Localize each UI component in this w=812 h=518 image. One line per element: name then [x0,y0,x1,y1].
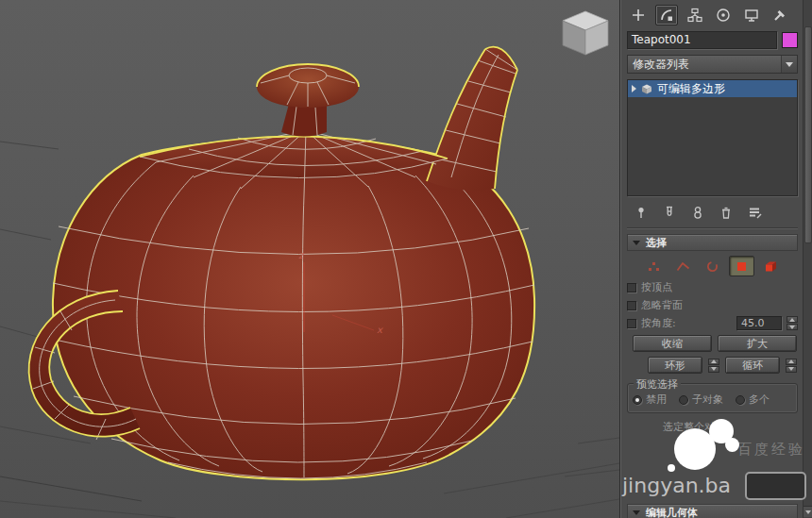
angle-value-field[interactable]: 45.0 [736,316,782,330]
modifier-stack[interactable]: 可编辑多边形 [627,79,798,196]
make-unique-icon [691,206,704,219]
rollout-collapse-icon [633,241,640,245]
tab-display[interactable] [740,5,763,25]
tab-hierarchy[interactable] [684,5,706,25]
angle-spinner [787,316,798,330]
ring-spin-down[interactable] [708,366,719,373]
by-vertex-label: 按顶点 [641,280,672,294]
preview-subobj-label: 子对象 [692,393,723,407]
chevron-down-icon [786,62,793,67]
spinner-up-icon [788,359,794,363]
loop-button[interactable]: 循环 [725,357,780,374]
loop-spinner [786,359,797,373]
expand-arrow-icon[interactable] [632,85,636,92]
trash-icon [719,206,733,219]
preview-subobj-option[interactable]: 子对象 [679,393,723,407]
show-end-result-button[interactable] [660,204,679,221]
rollout-selection[interactable]: 选择 [627,234,798,251]
test-tube-icon [663,206,676,219]
vertex-icon [647,260,661,273]
pin-stack-button[interactable] [632,204,651,221]
spinner-down-icon [788,367,794,371]
subobject-mode-row [627,256,798,276]
scrollbar-thumb[interactable] [804,26,812,243]
spinner-up-icon [711,359,717,363]
modifier-list-dropdown-button[interactable] [781,56,797,73]
element-icon [764,260,778,273]
preview-disable-option[interactable]: 禁用 [633,393,667,407]
create-icon [631,8,646,23]
ring-button[interactable]: 环形 [648,357,702,374]
shrink-button[interactable]: 收缩 [633,335,712,352]
spinner-up-icon [789,318,795,322]
tab-modify[interactable] [655,5,678,25]
tab-create[interactable] [627,5,650,25]
border-icon [705,260,719,273]
stack-row-label: 可编辑多边形 [657,81,725,97]
perspective-viewport[interactable]: z x [0,0,619,518]
tab-motion[interactable] [712,5,735,25]
shrink-grow-row: 收缩 扩大 [627,335,798,352]
rollout-edit-geometry[interactable]: 编辑几何体 [627,504,798,518]
scrollbar-down-button[interactable] [804,506,812,517]
radio-selected-icon [633,395,642,405]
ring-spinner [708,359,719,373]
preview-selection-options: 禁用 子对象 多个 [628,393,797,407]
angle-spin-down[interactable] [787,324,798,330]
preview-selection-title: 预览选择 [634,377,681,392]
radio-icon [679,395,688,405]
modify-icon [659,8,674,23]
subobject-border-button[interactable] [700,256,725,276]
ignore-backfacing-label: 忽略背面 [641,298,683,312]
subobject-element-button[interactable] [758,256,784,276]
subobject-polygon-button[interactable] [729,256,754,276]
radio-icon [736,395,745,405]
tab-utilities[interactable] [769,5,791,25]
watermark-badge [745,472,806,500]
by-vertex-checkbox[interactable] [627,283,636,292]
panel-divider [627,227,798,228]
knob-neck [281,104,327,137]
grow-button[interactable]: 扩大 [718,335,797,352]
by-angle-checkbox[interactable] [627,319,636,328]
ignore-backfacing-checkbox[interactable] [627,301,636,310]
modifier-list-combo[interactable]: 修改器列表 [627,55,798,74]
viewcube[interactable] [563,11,608,55]
by-angle-label: 按角度: [641,316,676,330]
object-color-swatch[interactable] [782,32,798,48]
stack-toolbar [627,202,798,223]
command-panel-tabs [627,3,798,27]
arrow-down-icon [805,510,811,514]
preview-multi-option[interactable]: 多个 [736,393,770,407]
preview-selection-group: 预览选择 禁用 子对象 多个 [627,383,798,413]
object-name-row: Teapot001 [627,30,798,49]
pin-icon [634,206,648,219]
make-unique-button[interactable] [688,204,707,221]
teapot-object[interactable]: z x [29,47,535,480]
spinner-down-icon [711,367,717,371]
configure-modifier-sets-button[interactable] [745,204,764,221]
modifier-list-label: 修改器列表 [633,57,689,73]
utilities-icon [772,8,787,23]
configure-sets-icon [748,206,762,219]
motion-icon [716,8,731,23]
stack-row-editable-poly[interactable]: 可编辑多边形 [628,80,797,97]
3dsmax-window: z x [0,0,812,518]
preview-multi-label: 多个 [749,393,770,407]
loop-spin-up[interactable] [786,359,797,365]
by-vertex-row: 按顶点 [627,280,798,294]
viewport-canvas[interactable]: z x [0,0,619,518]
loop-spin-down[interactable] [786,366,797,373]
polygon-icon [735,260,749,273]
subobject-vertex-button[interactable] [641,256,667,276]
remove-modifier-button[interactable] [717,204,736,221]
subobject-edge-button[interactable] [670,256,696,276]
object-name-input[interactable]: Teapot001 [627,31,777,49]
angle-spin-up[interactable] [787,316,798,323]
edge-icon [676,260,690,273]
hierarchy-icon [687,8,702,23]
editable-poly-icon [641,83,652,95]
watermark-brand: 百度经验 [737,441,805,459]
ring-spin-up[interactable] [708,359,719,365]
rollout-selection-title: 选择 [646,236,667,250]
